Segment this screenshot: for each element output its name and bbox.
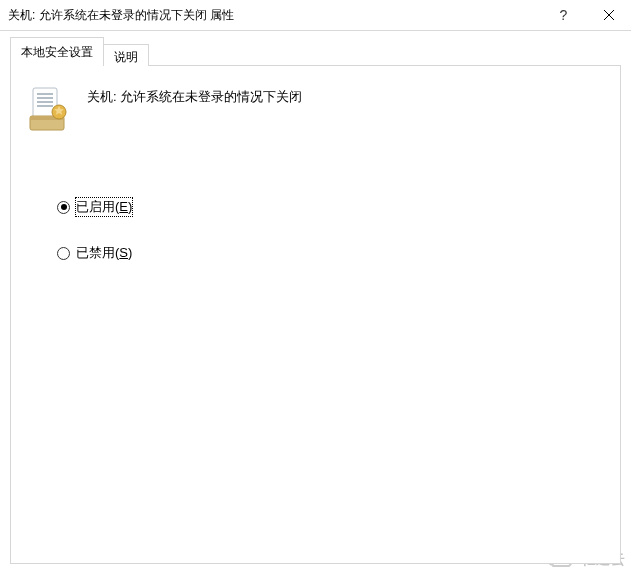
radio-group: 已启用(E) 已禁用(S): [53, 194, 602, 266]
tab-panel: 关机: 允许系统在未登录的情况下关闭 已启用(E) 已禁用(S): [10, 65, 621, 564]
radio-enabled-label: 已启用(E): [76, 198, 132, 216]
titlebar: 关机: 允许系统在未登录的情况下关闭 属性 ?: [0, 0, 631, 31]
help-button[interactable]: ?: [541, 0, 586, 30]
policy-title: 关机: 允许系统在未登录的情况下关闭: [87, 86, 302, 106]
close-button[interactable]: [586, 0, 631, 30]
policy-header: 关机: 允许系统在未登录的情况下关闭: [29, 86, 602, 134]
close-icon: [604, 10, 614, 20]
tab-explain[interactable]: 说明: [103, 44, 149, 66]
radio-enabled[interactable]: 已启用(E): [53, 194, 138, 220]
radio-enabled-circle: [57, 201, 70, 214]
radio-disabled-label: 已禁用(S): [76, 244, 132, 262]
dialog-body: 本地安全设置 说明: [10, 40, 621, 564]
titlebar-buttons: ?: [541, 0, 631, 30]
radio-disabled[interactable]: 已禁用(S): [53, 240, 138, 266]
radio-disabled-circle: [57, 247, 70, 260]
tab-local-security[interactable]: 本地安全设置: [10, 37, 104, 66]
tab-strip: 本地安全设置 说明: [10, 40, 621, 66]
policy-icon: [29, 86, 69, 134]
window-title: 关机: 允许系统在未登录的情况下关闭 属性: [8, 7, 234, 24]
